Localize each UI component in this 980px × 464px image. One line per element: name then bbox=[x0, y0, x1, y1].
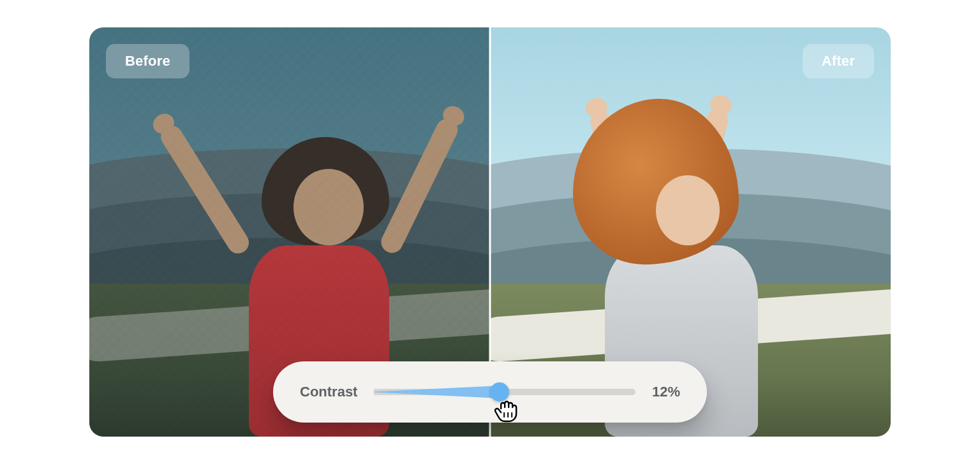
slider-name: Contrast bbox=[300, 384, 357, 400]
contrast-slider[interactable] bbox=[374, 384, 635, 400]
adjustment-slider-panel: Contrast 12% bbox=[273, 361, 707, 423]
after-label: After bbox=[803, 44, 874, 78]
before-label: Before bbox=[106, 44, 189, 78]
slider-thumb[interactable] bbox=[490, 382, 509, 402]
slider-value: 12% bbox=[652, 384, 680, 400]
image-compare-canvas: Before After Contrast 12% bbox=[89, 27, 891, 437]
